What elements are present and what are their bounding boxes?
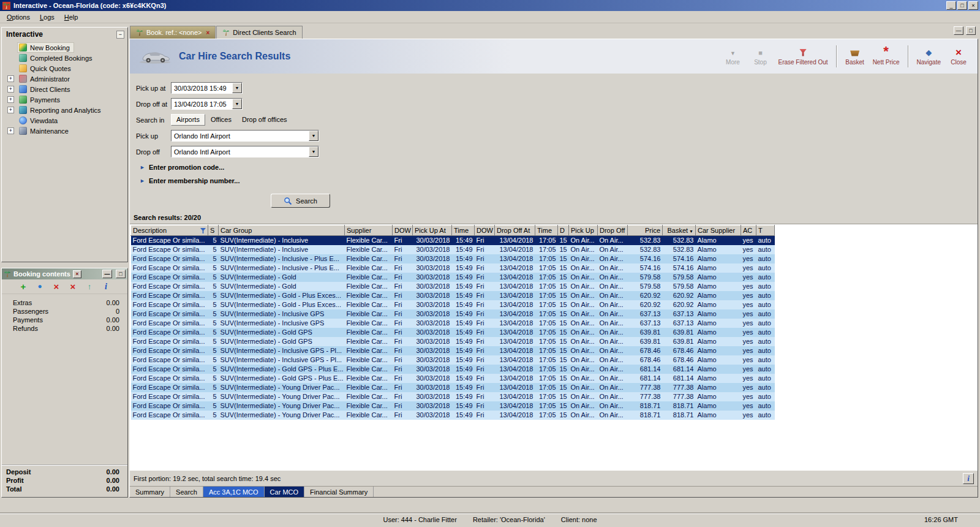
sidebar-item-quick-quotes[interactable]: Quick Quotes (2, 63, 127, 74)
result-row[interactable]: Ford Escape Or simila...5SUV(Intermediat… (131, 337, 775, 346)
mdi-maximize-icon[interactable]: □ (966, 26, 976, 35)
result-row[interactable]: Ford Escape Or simila...5SUV(Intermediat… (131, 245, 775, 254)
column-header-drop-off-at[interactable]: Drop Off At (495, 226, 535, 236)
tab-direct-clients-search[interactable]: Direct Clients Search (216, 26, 302, 39)
result-row[interactable]: Ford Escape Or simila...5SUV(Intermediat… (131, 328, 775, 337)
navigate-button[interactable]: Navigate (914, 44, 944, 69)
result-row[interactable]: Ford Escape Or simila...5SUV(Intermediat… (131, 236, 775, 245)
delete-icon[interactable] (51, 282, 61, 292)
collapse-panel-icon[interactable]: − (116, 31, 124, 39)
filter-icon[interactable] (200, 228, 206, 233)
result-row[interactable]: Ford Escape Or simila...5SUV(Intermediat… (131, 309, 775, 319)
result-row[interactable]: Ford Escape Or simila...5SUV(Intermediat… (131, 273, 775, 282)
result-cell-pick-up-loc: On Air... (569, 328, 598, 337)
sidebar-item-payments[interactable]: +Payments (2, 94, 127, 105)
column-header-price[interactable]: Price (628, 226, 663, 236)
result-row[interactable]: Ford Escape Or simila...5SUV(Intermediat… (131, 282, 775, 291)
result-row[interactable]: Ford Escape Or simila...5SUV(Intermediat… (131, 346, 775, 355)
column-header-basket[interactable]: Basket▼ (663, 226, 696, 236)
bottom-tab-acc-3a-1c-mco[interactable]: Acc 3A,1C MCO (203, 487, 265, 497)
column-header-s[interactable]: S (208, 226, 219, 236)
pickup-location-select[interactable]: Orlando Intl Airport ▼ (171, 130, 319, 142)
result-row[interactable]: Ford Escape Or simila...5SUV(Intermediat… (131, 300, 775, 309)
column-header-pick-time[interactable]: Time (452, 226, 475, 236)
export-icon[interactable] (85, 282, 94, 292)
sidebar-item-reporting-and-analytics[interactable]: +Reporting and Analytics (2, 105, 127, 115)
add-icon[interactable] (18, 282, 28, 292)
result-row[interactable]: Ford Escape Or simila...5SUV(Intermediat… (131, 264, 775, 273)
minimize-icon[interactable]: _ (946, 1, 956, 10)
expand-plus-icon[interactable]: + (7, 75, 14, 82)
column-header-t[interactable]: T (756, 226, 775, 236)
nett-price-button[interactable]: Nett Price (870, 44, 903, 69)
search-in-tab-offices[interactable]: Offices (206, 115, 236, 125)
bottom-tab-financial-summary[interactable]: Financial Summary (304, 487, 374, 497)
booking-maximize-icon[interactable]: □ (116, 270, 126, 278)
column-header-d[interactable]: D (558, 226, 569, 236)
tab-booking-ref[interactable]: Book. ref.: <none> × (130, 26, 216, 39)
basket-button[interactable]: Basket (842, 44, 868, 69)
maximize-icon[interactable]: □ (957, 1, 967, 10)
chevron-down-icon[interactable]: ▼ (309, 146, 318, 157)
expand-plus-icon[interactable]: + (7, 96, 14, 103)
dropoff-location-select[interactable]: Orlando Intl Airport ▼ (171, 146, 319, 157)
search-button[interactable]: Search (271, 194, 330, 208)
info-icon[interactable] (101, 282, 111, 292)
column-header-pick-up-at[interactable]: Pick Up At (413, 226, 452, 236)
column-header-drop-off-loc[interactable]: Drop Off (598, 226, 628, 236)
membership-number-expander[interactable]: ► Enter membership number... (140, 177, 978, 184)
search-in-tab-airports[interactable]: Airports (171, 114, 205, 126)
chevron-down-icon[interactable]: ▼ (232, 83, 242, 93)
expand-plus-icon[interactable]: + (7, 127, 14, 134)
sidebar-item-maintenance[interactable]: +Maintenance (2, 126, 127, 136)
view-icon[interactable] (35, 282, 45, 292)
column-header-description[interactable]: Description (131, 226, 208, 236)
promotion-code-expander[interactable]: ► Enter promotion code... (140, 164, 978, 171)
result-row[interactable]: Ford Escape Or simila...5SUV(Intermediat… (131, 374, 775, 383)
bottom-tab-summary[interactable]: Summary (130, 487, 170, 497)
menu-item-logs[interactable]: Logs (35, 12, 59, 22)
remove-icon[interactable] (68, 282, 78, 292)
expand-plus-icon[interactable]: + (7, 86, 14, 93)
dropoff-datetime-select[interactable]: 13/04/2018 17:05 ▼ (171, 98, 243, 110)
expand-plus-icon[interactable]: + (7, 107, 14, 113)
result-row[interactable]: Ford Escape Or simila...5SUV(Intermediat… (131, 411, 775, 420)
column-header-ac[interactable]: AC (741, 226, 756, 236)
result-row[interactable]: Ford Escape Or simila...5SUV(Intermediat… (131, 392, 775, 401)
result-row[interactable]: Ford Escape Or simila...5SUV(Intermediat… (131, 365, 775, 374)
booking-close-icon[interactable]: × (73, 270, 81, 278)
column-header-supplier[interactable]: Supplier (345, 226, 393, 236)
result-row[interactable]: Ford Escape Or simila...5SUV(Intermediat… (131, 319, 775, 328)
result-row[interactable]: Ford Escape Or simila...5SUV(Intermediat… (131, 383, 775, 392)
menu-item-help[interactable]: Help (59, 12, 83, 22)
tab-close-icon[interactable]: × (206, 29, 210, 36)
column-header-dow-pick[interactable]: DOW (393, 226, 413, 236)
sidebar-item-completed-bookings[interactable]: Completed Bookings (2, 53, 127, 63)
column-header-pick-up-loc[interactable]: Pick Up (569, 226, 598, 236)
mdi-minimize-icon[interactable]: — (954, 26, 963, 35)
sidebar-item-direct-clients[interactable]: +Direct Clients (2, 84, 127, 94)
column-header-drop-time[interactable]: Time (535, 226, 558, 236)
close-button[interactable]: Close (946, 44, 971, 69)
booking-minimize-icon[interactable]: — (102, 270, 112, 278)
menu-item-options[interactable]: Options (2, 12, 35, 22)
sidebar-item-viewdata[interactable]: Viewdata (2, 115, 127, 126)
info-icon[interactable]: i (963, 473, 974, 484)
column-header-car-group[interactable]: Car Group (219, 226, 345, 236)
result-row[interactable]: Ford Escape Or simila...5SUV(Intermediat… (131, 254, 775, 264)
result-row[interactable]: Ford Escape Or simila...5SUV(Intermediat… (131, 401, 775, 411)
pickup-datetime-select[interactable]: 30/03/2018 15:49 ▼ (171, 82, 243, 94)
column-header-car-supplier[interactable]: Car Supplier (696, 226, 741, 236)
bottom-tab-car-mco[interactable]: Car MCO (265, 487, 304, 497)
erase-filtered-out-button[interactable]: Erase Filtered Out (775, 44, 831, 69)
result-row[interactable]: Ford Escape Or simila...5SUV(Intermediat… (131, 355, 775, 365)
chevron-down-icon[interactable]: ▼ (309, 131, 318, 141)
chevron-down-icon[interactable]: ▼ (232, 99, 242, 109)
sidebar-item-new-booking[interactable]: New Booking (2, 42, 127, 53)
close-icon[interactable]: × (968, 1, 978, 10)
search-in-tab-drop-off-offices[interactable]: Drop off offices (237, 115, 292, 125)
column-header-dow-drop[interactable]: DOW (475, 226, 495, 236)
sidebar-item-administrator[interactable]: +Administrator (2, 74, 127, 84)
bottom-tab-search[interactable]: Search (170, 487, 203, 497)
result-row[interactable]: Ford Escape Or simila...5SUV(Intermediat… (131, 291, 775, 300)
